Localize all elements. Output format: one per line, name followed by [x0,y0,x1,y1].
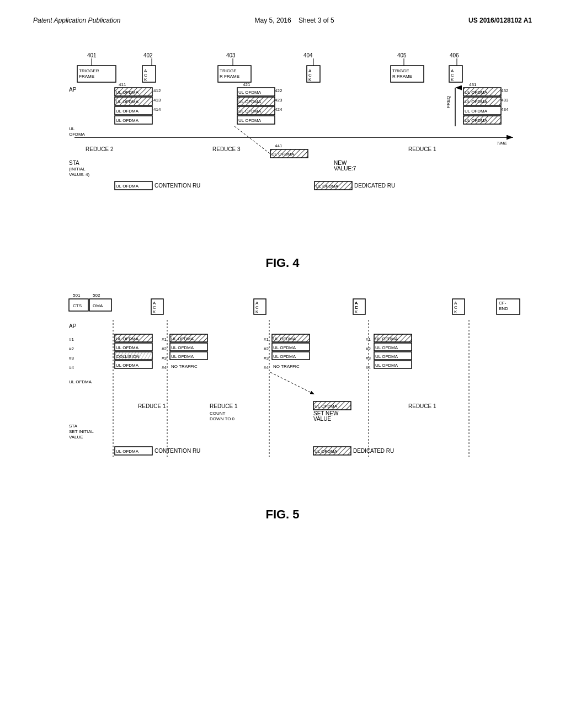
svg-text:UL OFDMA: UL OFDMA [465,90,488,95]
ap-label-fig4: AP [69,87,77,93]
dashed-arrow-fig5 [270,372,315,394]
ref-406: 406 [450,52,459,58]
reduce1-col1: REDUCE 1 [138,403,166,409]
svg-text:UL OFDMA: UL OFDMA [171,345,194,350]
svg-text:UL OFDMA: UL OFDMA [116,90,139,95]
svg-text:UL OFDMA: UL OFDMA [116,109,139,114]
count-down: COUNT [210,411,226,416]
svg-text:VALUE:7: VALUE:7 [334,165,356,172]
no-traffic-col2: NO TRAFFIC [171,364,198,369]
header-right: US 2016/0128102 A1 [468,17,532,24]
fig5-label: FIG. 5 [33,507,532,522]
svg-text:END: END [499,306,508,311]
svg-text:UL OFDMA: UL OFDMA [465,99,488,104]
svg-text:TRIGGER: TRIGGER [79,68,99,73]
svg-text:UL OFDMA: UL OFDMA [116,336,139,341]
svg-text:UL OFDMA: UL OFDMA [465,118,488,123]
ref-401: 401 [87,52,97,58]
svg-text:423: 423 [275,98,282,103]
reduce1-col2: REDUCE 1 [210,403,238,409]
svg-text:432: 432 [501,88,509,93]
svg-text:(INITIAL: (INITIAL [69,167,86,172]
svg-text:#1: #1 [69,337,74,342]
reduce3-label: REDUCE 3 [212,146,241,152]
ref-403: 403 [226,52,236,58]
fig5-diagram: 501 502 CTS OMA A C K A C K A C C A [33,287,532,522]
svg-text:#1: #1 [162,337,167,342]
svg-text:UL OFDMA: UL OFDMA [375,354,398,359]
ref-405: 405 [397,52,407,58]
svg-text:#3: #3 [162,356,167,361]
svg-text:412: 412 [153,88,161,93]
svg-text:421: 421 [243,82,250,87]
svg-text:#2: #2 [264,346,269,351]
svg-text:UL OFDMA: UL OFDMA [116,118,139,123]
ref-502: 502 [93,293,100,298]
no-traffic-col3: NO TRAFFIC [273,364,300,369]
svg-text:UL OFDMA: UL OFDMA [273,354,296,359]
svg-text:UL: UL [69,126,75,131]
svg-text:K: K [451,77,454,82]
svg-text:#1: #1 [264,337,269,342]
contention-ru-label-fig5: CONTENTION RU [154,448,200,454]
svg-text:UL OFDMA: UL OFDMA [465,109,488,114]
svg-text:UL OFDMA: UL OFDMA [171,354,194,359]
page-header: Patent Application Publication May 5, 20… [33,17,532,24]
fig4-label: FIG. 4 [33,256,532,270]
svg-text:VALUE: VALUE [69,435,83,440]
svg-text:K: K [255,309,259,314]
svg-text:OMA: OMA [93,303,103,308]
svg-text:FRAME: FRAME [79,74,94,79]
svg-text:431: 431 [469,82,477,87]
svg-text:UL OFDMA: UL OFDMA [273,336,296,341]
svg-text:UL OFDMA: UL OFDMA [238,118,262,123]
svg-text:K: K [308,77,312,82]
svg-text:TIME: TIME [497,141,508,146]
sta-label-fig5: STA [69,424,78,429]
svg-text:424: 424 [275,107,282,112]
svg-text:UL OFDMA: UL OFDMA [316,184,339,189]
svg-text:#3: #3 [69,356,74,361]
svg-text:UL OFDMA: UL OFDMA [315,449,338,454]
svg-text:TRIGGE: TRIGGE [220,68,237,73]
ref-402: 402 [143,52,153,58]
svg-text:434: 434 [501,107,509,112]
svg-text:433: 433 [501,98,509,103]
svg-text:414: 414 [153,107,161,112]
svg-text:411: 411 [119,82,126,87]
svg-text:TRIGGE: TRIGGE [392,68,409,73]
fig5-svg: 501 502 CTS OMA A C K A C K A C C A [33,287,530,502]
svg-text:UL OFDMA: UL OFDMA [375,336,398,341]
svg-text:#4: #4 [162,365,167,370]
svg-text:VALUE: VALUE [313,416,331,422]
svg-text:SET INITIAL: SET INITIAL [69,429,94,434]
svg-text:#2: #2 [69,346,74,351]
contention-ru-label: CONTENTION RU [154,183,200,189]
sta-label-fig4: STA [69,160,79,166]
svg-text:OFDMA: OFDMA [69,132,86,137]
svg-text:UL OFDMA: UL OFDMA [375,363,398,368]
svg-text:UL OFDMA: UL OFDMA [171,336,194,341]
svg-text:K: K [153,309,156,314]
svg-text:#4: #4 [264,365,269,370]
svg-text:UL OFDMA: UL OFDMA [238,109,262,114]
svg-text:K: K [144,77,147,82]
svg-text:422: 422 [275,88,282,93]
svg-text:R FRAME: R FRAME [392,74,412,79]
page: Patent Application Publication May 5, 20… [0,0,565,728]
svg-text:UL OFDMA: UL OFDMA [271,152,295,157]
svg-text:441: 441 [275,143,282,148]
dedicated-ru-label-fig5: DEDICATED RU [353,448,394,454]
svg-text:#2: #2 [162,346,167,351]
svg-text:DOWN TO 0: DOWN TO 0 [210,416,235,421]
header-center: May 5, 2016 Sheet 3 of 5 [255,17,334,24]
svg-text:UL OFDMA: UL OFDMA [315,404,338,409]
svg-text:UL OFDMA: UL OFDMA [375,345,398,350]
svg-text:UL OFDMA: UL OFDMA [116,99,139,104]
svg-text:COLLISION: COLLISION [116,354,140,359]
reduce1-label-fig4: REDUCE 1 [408,146,436,152]
header-left: Patent Application Publication [33,17,120,24]
svg-text:#3: #3 [264,356,269,361]
fig4-diagram: 401 402 403 404 405 406 TRIGGER FRAME A … [33,46,532,270]
svg-text:UL OFDMA: UL OFDMA [238,99,262,104]
